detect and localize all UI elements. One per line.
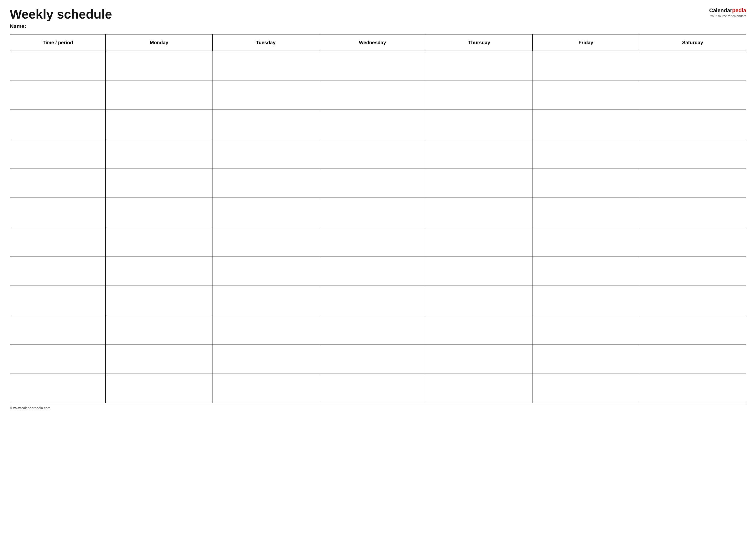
table-row: [10, 110, 746, 139]
table-cell[interactable]: [319, 286, 426, 315]
table-cell[interactable]: [533, 51, 639, 80]
table-cell[interactable]: [426, 80, 533, 110]
table-cell[interactable]: [212, 198, 319, 227]
table-cell[interactable]: [212, 110, 319, 139]
table-cell[interactable]: [319, 227, 426, 256]
footer: © www.calendarpedia.com: [10, 406, 746, 410]
table-cell[interactable]: [533, 80, 639, 110]
table-cell[interactable]: [533, 286, 639, 315]
table-cell[interactable]: [426, 344, 533, 374]
table-cell[interactable]: [212, 256, 319, 286]
table-cell[interactable]: [106, 315, 212, 344]
table-cell[interactable]: [639, 374, 746, 403]
table-cell[interactable]: [319, 198, 426, 227]
table-row: [10, 168, 746, 198]
table-row: [10, 198, 746, 227]
table-cell[interactable]: [319, 374, 426, 403]
table-cell[interactable]: [533, 256, 639, 286]
table-cell[interactable]: [106, 374, 212, 403]
table-cell[interactable]: [639, 51, 746, 80]
table-cell[interactable]: [10, 315, 106, 344]
table-cell[interactable]: [10, 168, 106, 198]
table-cell[interactable]: [639, 256, 746, 286]
table-cell[interactable]: [319, 80, 426, 110]
table-cell[interactable]: [106, 110, 212, 139]
table-cell[interactable]: [533, 227, 639, 256]
table-cell[interactable]: [212, 374, 319, 403]
table-cell[interactable]: [10, 80, 106, 110]
table-cell[interactable]: [106, 286, 212, 315]
col-header-monday: Monday: [106, 34, 212, 51]
table-cell[interactable]: [10, 374, 106, 403]
table-cell[interactable]: [106, 80, 212, 110]
table-cell[interactable]: [319, 344, 426, 374]
table-cell[interactable]: [319, 139, 426, 168]
table-cell[interactable]: [106, 168, 212, 198]
header-area: Weekly schedule Name: Calendarpedia Your…: [10, 7, 746, 30]
table-cell[interactable]: [426, 198, 533, 227]
table-cell[interactable]: [10, 286, 106, 315]
table-cell[interactable]: [319, 256, 426, 286]
table-cell[interactable]: [639, 344, 746, 374]
table-cell[interactable]: [212, 51, 319, 80]
table-cell[interactable]: [639, 80, 746, 110]
table-cell[interactable]: [212, 286, 319, 315]
table-cell[interactable]: [212, 139, 319, 168]
table-cell[interactable]: [319, 51, 426, 80]
footer-url: © www.calendarpedia.com: [10, 406, 50, 410]
table-header-row: Time / period Monday Tuesday Wednesday T…: [10, 34, 746, 51]
table-cell[interactable]: [10, 344, 106, 374]
table-cell[interactable]: [533, 168, 639, 198]
table-cell[interactable]: [106, 198, 212, 227]
col-header-saturday: Saturday: [639, 34, 746, 51]
table-cell[interactable]: [10, 110, 106, 139]
table-cell[interactable]: [426, 256, 533, 286]
table-cell[interactable]: [426, 110, 533, 139]
table-cell[interactable]: [426, 227, 533, 256]
logo-brand-part2: pedia: [732, 7, 746, 13]
table-cell[interactable]: [10, 198, 106, 227]
table-cell[interactable]: [426, 315, 533, 344]
table-cell[interactable]: [212, 315, 319, 344]
table-cell[interactable]: [533, 139, 639, 168]
table-cell[interactable]: [319, 110, 426, 139]
table-cell[interactable]: [639, 286, 746, 315]
table-cell[interactable]: [639, 227, 746, 256]
table-cell[interactable]: [106, 139, 212, 168]
table-cell[interactable]: [639, 198, 746, 227]
table-cell[interactable]: [639, 110, 746, 139]
table-cell[interactable]: [533, 315, 639, 344]
table-cell[interactable]: [10, 51, 106, 80]
table-cell[interactable]: [212, 344, 319, 374]
table-cell[interactable]: [533, 374, 639, 403]
table-cell[interactable]: [533, 344, 639, 374]
table-row: [10, 227, 746, 256]
table-cell[interactable]: [212, 227, 319, 256]
table-cell[interactable]: [639, 315, 746, 344]
table-cell[interactable]: [639, 168, 746, 198]
table-cell[interactable]: [10, 139, 106, 168]
table-cell[interactable]: [426, 168, 533, 198]
col-header-wednesday: Wednesday: [319, 34, 426, 51]
table-cell[interactable]: [426, 51, 533, 80]
table-cell[interactable]: [106, 344, 212, 374]
table-cell[interactable]: [426, 139, 533, 168]
table-cell[interactable]: [426, 286, 533, 315]
table-cell[interactable]: [212, 80, 319, 110]
table-cell[interactable]: [426, 374, 533, 403]
logo-section: Calendarpedia Your source for calendars: [702, 7, 746, 18]
logo-brand-part1: Calendar: [709, 7, 732, 13]
table-cell[interactable]: [212, 168, 319, 198]
table-cell[interactable]: [10, 256, 106, 286]
table-cell[interactable]: [10, 227, 106, 256]
table-cell[interactable]: [533, 110, 639, 139]
table-cell[interactable]: [106, 256, 212, 286]
table-cell[interactable]: [106, 227, 212, 256]
table-cell[interactable]: [533, 198, 639, 227]
table-cell[interactable]: [106, 51, 212, 80]
col-header-thursday: Thursday: [426, 34, 533, 51]
col-header-tuesday: Tuesday: [212, 34, 319, 51]
table-cell[interactable]: [639, 139, 746, 168]
table-cell[interactable]: [319, 315, 426, 344]
table-cell[interactable]: [319, 168, 426, 198]
